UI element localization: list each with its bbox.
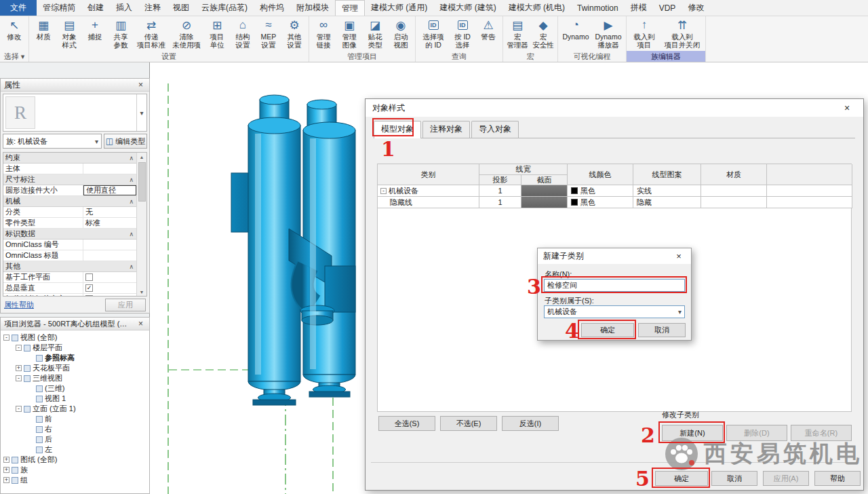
scroll-thumb[interactable] bbox=[138, 162, 146, 202]
tree-item-ceiling-plans[interactable]: + 天花板平面 bbox=[1, 363, 149, 373]
category-collapse-icon[interactable]: - bbox=[380, 188, 387, 194]
tree-item-left[interactable]: 左 bbox=[1, 444, 149, 455]
tree-item-floor-plans[interactable]: - 楼层平面 bbox=[1, 343, 149, 353]
tab-annotation-objects[interactable]: 注释对象 bbox=[422, 121, 470, 138]
tab-pinmo[interactable]: 拼模 bbox=[625, 0, 653, 16]
select-all-button[interactable]: 全选(S) bbox=[378, 416, 435, 431]
property-row-host[interactable]: 主体 bbox=[3, 164, 136, 174]
checkbox-always-vertical[interactable]: ✓ bbox=[85, 284, 93, 292]
tree-item-front[interactable]: 前 bbox=[1, 414, 149, 424]
tab-view[interactable]: 视图 bbox=[167, 0, 195, 16]
dynamo-button[interactable]: ◔ Dynamo bbox=[559, 17, 592, 41]
scroll-down-icon[interactable]: ▼ bbox=[140, 288, 144, 296]
collapse-chevron-icon[interactable]: ∧ bbox=[129, 155, 136, 162]
tab-cloud-family-library[interactable]: 云族库(品茗) bbox=[195, 0, 254, 16]
tree-item-views-all[interactable]: - 视图 (全部) bbox=[1, 332, 149, 343]
modify-button[interactable]: ↖ 修改 bbox=[1, 17, 27, 41]
tree-item-3d[interactable]: (三维) bbox=[1, 383, 149, 394]
shared-parameters-button[interactable]: ▥ 共享 参数 bbox=[108, 17, 134, 49]
property-section-other[interactable]: 其他 ∧ bbox=[3, 261, 136, 272]
edit-type-button[interactable]: ◫ 编辑类型 bbox=[104, 134, 147, 149]
property-row-round-connector-size[interactable]: 圆形连接件大小 使用直径 bbox=[3, 185, 136, 196]
tab-modify[interactable]: 修改 bbox=[682, 0, 710, 16]
macro-security-button[interactable]: ◆ 宏 安全性 bbox=[530, 17, 556, 49]
property-row-omniclass-number[interactable]: OmniClass 编号 bbox=[3, 240, 136, 250]
project-units-button[interactable]: ⊞ 项目 单位 bbox=[204, 17, 230, 49]
object-styles-button[interactable]: ▤ 对象 样式 bbox=[56, 17, 82, 49]
transfer-project-standards-button[interactable]: ⇄ 传递 项目标准 bbox=[134, 17, 169, 49]
property-row-always-vertical[interactable]: 总是垂直 ✓ bbox=[3, 283, 136, 294]
tree-item-right[interactable]: 右 bbox=[1, 424, 149, 434]
select-none-button[interactable]: 不选(E) bbox=[440, 416, 497, 431]
tab-twinmotion[interactable]: Twinmotion bbox=[571, 0, 625, 16]
line-color-cell[interactable]: 黑色 bbox=[568, 197, 633, 208]
properties-scrollbar[interactable]: ▲ ▼ bbox=[136, 153, 146, 296]
subdialog-title-bar[interactable]: 新建子类别 × bbox=[538, 248, 691, 264]
properties-help-link[interactable]: 属性帮助 bbox=[4, 300, 34, 310]
tree-item-sheets[interactable]: + 图纸 (全部) bbox=[1, 455, 149, 465]
expander-icon[interactable]: - bbox=[3, 335, 9, 341]
warnings-button[interactable]: ⚠ 警告 bbox=[475, 17, 501, 41]
property-row-part-type[interactable]: 零件类型 标准 bbox=[3, 218, 136, 229]
tab-annotate[interactable]: 注释 bbox=[138, 0, 167, 16]
tree-item-groups[interactable]: + 组 bbox=[1, 475, 149, 485]
tab-vdp[interactable]: VDP bbox=[653, 0, 682, 16]
additional-settings-button[interactable]: ⚙ 其他 设置 bbox=[281, 17, 307, 49]
project-browser-close-icon[interactable]: × bbox=[136, 319, 146, 328]
collapse-chevron-icon[interactable]: ∧ bbox=[129, 176, 136, 183]
table-row-hidden-lines[interactable]: 隐藏线 1 黑色 隐藏 bbox=[377, 197, 852, 208]
collapse-chevron-icon[interactable]: ∧ bbox=[129, 231, 136, 238]
tree-item-back[interactable]: 后 bbox=[1, 434, 149, 444]
tab-modeling-master-general[interactable]: 建模大师 (通用) bbox=[365, 0, 433, 16]
parent-category-select[interactable]: 机械设备 ▾ bbox=[544, 305, 685, 318]
projection-weight-cell[interactable]: 1 bbox=[479, 197, 521, 208]
expander-icon[interactable]: - bbox=[16, 345, 22, 351]
property-section-constraints[interactable]: 约束 ∧ bbox=[3, 153, 136, 164]
checkbox-work-plane-based[interactable] bbox=[85, 273, 93, 281]
tree-item-view-1[interactable]: 视图 1 bbox=[1, 394, 149, 404]
tree-item-elevations[interactable]: - 立面 (立面 1) bbox=[1, 404, 149, 414]
expander-icon[interactable]: - bbox=[16, 406, 22, 412]
table-row-mechanical-equipment[interactable]: - 机械设备 1 黑色 实线 bbox=[377, 185, 852, 197]
dialog-cancel-button[interactable]: 取消 bbox=[711, 471, 757, 486]
tab-insert[interactable]: 插入 bbox=[110, 0, 138, 16]
tab-modeling-master-mep[interactable]: 建模大师 (机电) bbox=[502, 0, 571, 16]
properties-close-icon[interactable]: × bbox=[136, 80, 146, 90]
dynamo-player-button[interactable]: ▶ Dynamo 播放器 bbox=[592, 17, 625, 49]
select-by-id-button[interactable]: ID 按 ID 选择 bbox=[450, 17, 475, 49]
tab-pipe-simplify[interactable]: 管综精简 bbox=[37, 0, 81, 16]
manage-links-button[interactable]: ∞ 管理 链接 bbox=[311, 17, 336, 49]
snaps-button[interactable]: + 捕捉 bbox=[82, 17, 108, 41]
material-cell[interactable] bbox=[701, 197, 767, 208]
material-cell[interactable] bbox=[701, 185, 767, 197]
tree-item-3d-views[interactable]: - 三维视图 bbox=[1, 373, 149, 383]
tab-imported-objects[interactable]: 导入对象 bbox=[471, 121, 519, 138]
property-row-work-plane-based[interactable]: 基于工作平面 bbox=[3, 272, 136, 283]
properties-header[interactable]: 属性 × bbox=[1, 79, 149, 92]
collapse-chevron-icon[interactable]: ∧ bbox=[129, 263, 136, 270]
purge-unused-button[interactable]: ⊘ 清除 未使用项 bbox=[169, 17, 204, 49]
group-label-select[interactable]: 选择 ▾ bbox=[0, 51, 28, 62]
property-section-dimensions[interactable]: 尺寸标注 ∧ bbox=[3, 174, 136, 185]
collapse-chevron-icon[interactable]: ∧ bbox=[129, 198, 136, 205]
starting-view-button[interactable]: ◉ 启动 视图 bbox=[388, 17, 414, 49]
macro-manager-button[interactable]: ▤ 宏 管理器 bbox=[505, 17, 530, 49]
property-section-identity-data[interactable]: 标识数据 ∧ bbox=[3, 229, 136, 240]
tab-manage[interactable]: 管理 bbox=[335, 0, 365, 16]
projection-weight-cell[interactable]: 1 bbox=[479, 185, 521, 197]
materials-button[interactable]: ▦ 材质 bbox=[31, 17, 56, 41]
line-pattern-cell[interactable]: 实线 bbox=[633, 185, 701, 197]
expander-icon[interactable]: + bbox=[3, 467, 9, 473]
tab-create[interactable]: 创建 bbox=[81, 0, 110, 16]
load-into-project-button[interactable]: ↑ 载入到 项目 bbox=[628, 17, 660, 49]
tree-item-families[interactable]: + 族 bbox=[1, 465, 149, 475]
expander-icon[interactable]: + bbox=[3, 477, 9, 483]
type-selector[interactable]: R ▾ bbox=[3, 94, 147, 132]
mep-settings-button[interactable]: ≈ MEP 设置 bbox=[256, 17, 281, 49]
scroll-up-icon[interactable]: ▲ bbox=[140, 153, 144, 161]
dialog-title-bar[interactable]: 对象样式 × bbox=[366, 99, 863, 117]
tab-modeling-master-arch[interactable]: 建模大师 (建筑) bbox=[433, 0, 502, 16]
dialog-help-button[interactable]: 帮助 bbox=[814, 471, 861, 486]
family-select[interactable]: 族: 机械设备 ▾ bbox=[3, 134, 102, 149]
expander-icon[interactable]: - bbox=[16, 375, 22, 381]
